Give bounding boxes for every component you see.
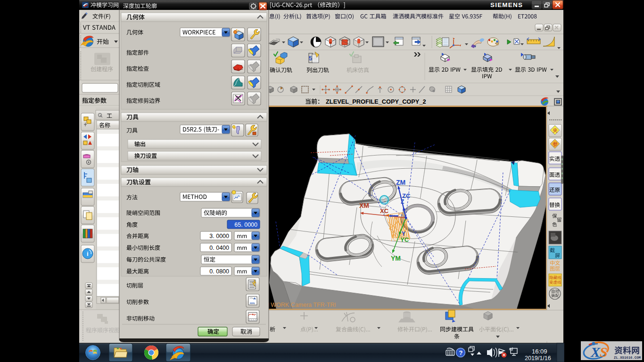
svg-text:YM: YM <box>391 255 401 262</box>
svg-text:?: ? <box>459 349 463 356</box>
svg-text:65. 0000: 65. 0000 <box>234 222 257 228</box>
svg-text:S: S <box>600 344 608 360</box>
svg-text:ZLEVEL_PROFILE_COPY_COPY_2: ZLEVEL_PROFILE_COPY_COPY_2 <box>326 98 426 105</box>
svg-text:16:09: 16:09 <box>532 348 547 355</box>
svg-text:0. 0800: 0. 0800 <box>209 268 229 275</box>
svg-text:l WORK Camera TFR-TRl: l WORK Camera TFR-TRl <box>268 302 336 308</box>
svg-text:SIEMENS: SIEMENS <box>490 1 523 8</box>
svg-text:3. 0000: 3. 0000 <box>209 233 229 239</box>
svg-text:X: X <box>590 344 601 360</box>
svg-text:2019/1/16: 2019/1/16 <box>525 355 551 362</box>
svg-text:YC: YC <box>400 236 409 243</box>
svg-text:ZL.XS1616.COM: ZL.XS1616.COM <box>614 356 641 360</box>
svg-text:0. 0400: 0. 0400 <box>209 245 229 251</box>
svg-text:i: i <box>87 250 89 257</box>
svg-text:Z: Z <box>401 198 404 205</box>
svg-text:ZM: ZM <box>396 179 405 186</box>
svg-text:XC: XC <box>380 207 389 214</box>
svg-text:5: 5 <box>309 55 312 62</box>
svg-text:XM: XM <box>359 202 369 209</box>
